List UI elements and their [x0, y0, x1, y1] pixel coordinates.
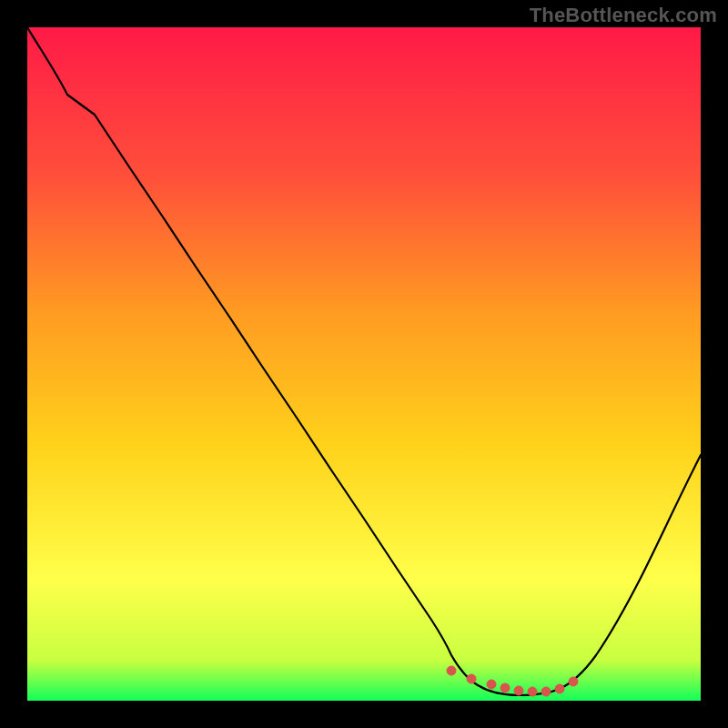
gradient-background	[27, 27, 701, 701]
chart-svg	[27, 27, 701, 701]
dot	[487, 680, 496, 689]
plot-area	[27, 27, 701, 701]
watermark-text: TheBottleneck.com	[530, 4, 717, 27]
dot	[528, 687, 537, 696]
dot	[555, 684, 564, 693]
dot	[500, 683, 510, 693]
dot	[569, 677, 578, 686]
dot	[514, 686, 523, 695]
dot	[447, 666, 456, 675]
chart-frame: TheBottleneck.com	[0, 0, 728, 728]
dot	[541, 687, 551, 696]
dot	[467, 674, 476, 683]
